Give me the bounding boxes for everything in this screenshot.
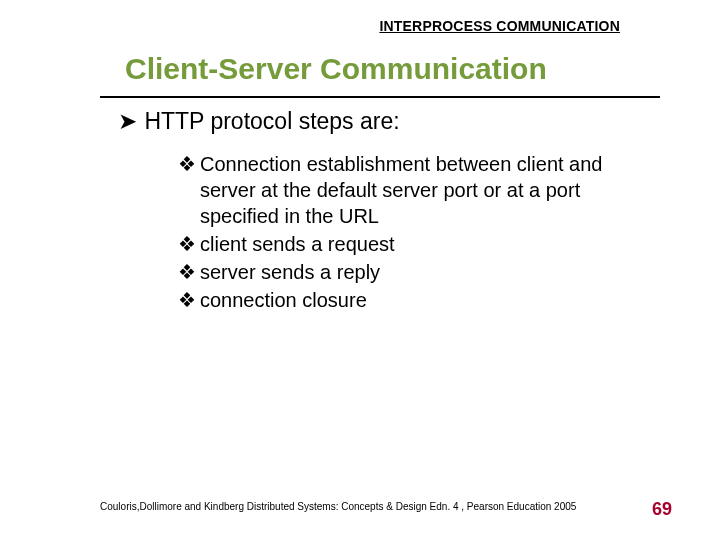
diamond-bullet-icon: ❖ [178,231,200,257]
bullet-level2-text: connection closure [200,287,618,313]
bullet-level2-text: Connection establishment between client … [200,151,618,229]
slide-title: Client-Server Communication [125,52,547,86]
title-rule [100,96,660,98]
footer-citation: Couloris,Dollimore and Kindberg Distribu… [100,501,576,512]
slide: INTERPROCESS COMMUNICATION Client-Server… [0,0,720,540]
diamond-bullet-icon: ❖ [178,259,200,285]
bullet-level2-text: client sends a request [200,231,618,257]
bullet-level2: ❖ connection closure [178,287,618,313]
sub-bullet-group: ❖ Connection establishment between clien… [178,151,618,313]
bullet-level2: ❖ client sends a request [178,231,618,257]
body-content: ➤ HTTP protocol steps are: ❖ Connection … [118,108,618,315]
diamond-bullet-icon: ❖ [178,151,200,229]
arrow-bullet-icon: ➤ [118,108,138,135]
bullet-level1-text: HTTP protocol steps are: [144,108,399,134]
bullet-level2: ❖ Connection establishment between clien… [178,151,618,229]
section-header: INTERPROCESS COMMUNICATION [379,18,620,34]
diamond-bullet-icon: ❖ [178,287,200,313]
bullet-level2: ❖ server sends a reply [178,259,618,285]
bullet-level2-text: server sends a reply [200,259,618,285]
bullet-level1: ➤ HTTP protocol steps are: [118,108,618,135]
page-number: 69 [652,499,672,520]
